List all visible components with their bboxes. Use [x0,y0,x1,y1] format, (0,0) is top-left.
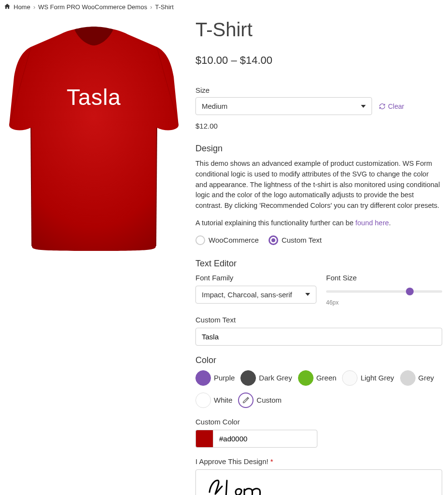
color-dark-grey[interactable]: Dark Grey [240,370,292,386]
custom-color-preview[interactable] [195,430,213,448]
breadcrumb-home[interactable]: Home [14,3,30,11]
chevron-right-icon: › [150,3,152,11]
product-title: T-Shirt [195,19,442,41]
breadcrumb-current: T-Shirt [155,3,174,11]
color-label: Light Grey [360,374,394,382]
caret-down-icon [305,293,310,296]
swatch-icon [195,393,211,408]
swatch-icon [195,370,211,386]
chevron-right-icon: › [33,3,35,11]
color-green[interactable]: Green [298,370,337,386]
tshirt-custom-text: Tasla [2,84,186,110]
custom-text-input[interactable] [195,328,442,346]
approve-label: I Approve This Design! * [195,457,442,466]
custom-text-label: Custom Text [195,316,442,324]
color-purple[interactable]: Purple [195,370,235,386]
caret-down-icon [361,105,366,108]
swatch-icon [400,370,416,386]
custom-color-input[interactable] [213,430,317,448]
radio-label: WooCommerce [209,236,259,244]
slider-thumb[interactable] [406,288,414,295]
logo-mode-custom-text[interactable]: Custom Text [269,235,322,245]
color-label: Purple [214,374,235,382]
font-family-label: Font Family [195,274,316,282]
variant-price: $12.00 [195,122,442,130]
color-white[interactable]: White [195,393,232,408]
color-label: Dark Grey [259,374,292,382]
clear-size-link[interactable]: Clear [379,102,404,110]
size-label: Size [195,86,442,94]
color-label: Green [316,374,337,382]
eyedropper-icon [238,393,254,408]
color-custom[interactable]: Custom [238,393,282,408]
font-size-slider[interactable] [326,287,442,296]
radio-label: Custom Text [282,236,322,244]
font-family-select[interactable]: Impact, Charcoal, sans-serif [195,286,316,304]
custom-color-label: Custom Color [195,418,442,426]
tutorial-text: A tutorial explaining this functionality… [195,218,442,229]
swatch-icon [342,370,358,386]
radio-icon-selected [269,235,278,245]
radio-icon [195,235,205,245]
color-label: Custom [256,396,282,404]
home-icon [4,3,11,11]
color-light-grey[interactable]: Light Grey [342,370,394,386]
color-grey[interactable]: Grey [400,370,434,386]
font-size-value: 46px [326,299,442,306]
font-family-value: Impact, Charcoal, sans-serif [202,291,292,299]
text-editor-heading: Text Editor [195,259,442,269]
breadcrumb-category[interactable]: WS Form PRO WooCommerce Demos [38,3,147,11]
signature-drawing [206,475,269,495]
swatch-icon [240,370,256,386]
swatch-icon [298,370,314,386]
color-label: Grey [418,374,434,382]
color-label: White [214,396,232,404]
logo-mode-woocommerce[interactable]: WooCommerce [195,235,259,245]
design-description: This demo shows an advanced example of p… [195,159,442,211]
price-range: $10.00 – $14.00 [195,54,442,67]
size-select[interactable]: Medium [195,97,372,115]
breadcrumb: Home › WS Form PRO WooCommerce Demos › T… [0,0,448,14]
tutorial-link[interactable]: found here [355,219,388,227]
color-heading: Color [195,355,442,365]
font-size-label: Font Size [326,274,442,282]
slider-track [326,290,442,292]
size-select-value: Medium [202,102,227,110]
product-image: Tasla [2,19,186,251]
refresh-icon [379,103,386,110]
signature-pad[interactable] [195,469,442,495]
design-heading: Design [195,144,442,154]
